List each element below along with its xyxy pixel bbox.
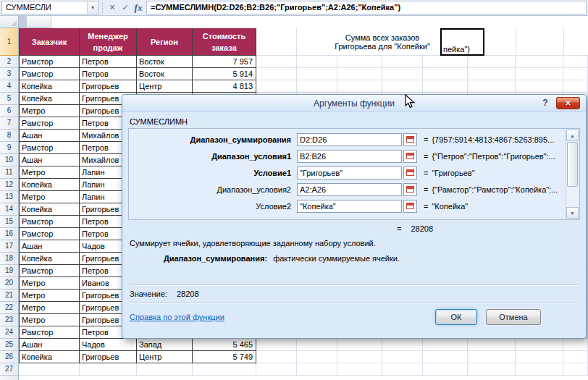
cell-col-i[interactable] <box>423 351 468 363</box>
cell-col-a[interactable]: Метро <box>19 105 80 117</box>
cell-col-a[interactable]: Метро <box>19 166 80 179</box>
cell-col-g[interactable] <box>337 351 382 363</box>
row-header[interactable]: 2 <box>0 56 19 68</box>
close-button[interactable]: ✕ <box>556 97 580 109</box>
cell-col-a[interactable]: Рамстор <box>19 216 80 228</box>
cell-col-e[interactable] <box>256 351 297 363</box>
row-header[interactable]: 5 <box>0 93 19 105</box>
cell-col-f[interactable] <box>297 351 337 363</box>
cell-col-a[interactable]: Рамстор <box>19 142 80 154</box>
cell-col-h[interactable] <box>382 363 423 376</box>
cell-col-a[interactable]: Рамстор <box>19 117 80 130</box>
row-header[interactable]: 19 <box>0 265 19 277</box>
row-header-1[interactable]: 1 <box>0 28 19 56</box>
cell-col-c[interactable] <box>137 363 193 376</box>
row-header[interactable]: 8 <box>0 130 19 142</box>
row-header[interactable]: 3 <box>0 68 19 80</box>
cell-col-b[interactable] <box>80 363 137 376</box>
cell-col-d[interactable]: 4 813 <box>193 80 256 93</box>
cell-col-f[interactable] <box>297 80 337 93</box>
row-header[interactable]: 26 <box>0 351 19 363</box>
row-header[interactable]: 9 <box>0 142 19 154</box>
row-header[interactable]: 25 <box>0 339 19 351</box>
cell-col-f[interactable] <box>297 363 337 376</box>
arguments-scrollbar[interactable]: ▲ ▼ <box>566 130 579 219</box>
cell-col-b[interactable]: Петров <box>80 68 137 80</box>
cell-col-h[interactable] <box>382 56 423 68</box>
cell-col-i[interactable] <box>423 68 468 80</box>
argument-input[interactable]: "Григорьев" <box>297 166 402 180</box>
cell-col-g[interactable] <box>337 363 382 376</box>
argument-input[interactable]: "Копейка" <box>297 200 402 213</box>
row-header[interactable]: 22 <box>0 302 19 314</box>
cell-col-j[interactable] <box>468 68 516 80</box>
cell-col-j[interactable] <box>468 363 516 376</box>
cell-col-d[interactable]: 7 957 <box>193 56 256 68</box>
collapse-range-button[interactable] <box>403 150 417 163</box>
row-header[interactable]: 21 <box>0 290 19 302</box>
cell-col-a[interactable]: Метро <box>19 314 80 326</box>
cell-col-k[interactable] <box>516 80 563 93</box>
cell-col-b[interactable]: Григорьев <box>80 80 137 93</box>
scroll-up-icon[interactable]: ▲ <box>566 130 579 141</box>
cell-col-k[interactable] <box>516 363 563 376</box>
cell-col-a[interactable]: Рамстор <box>19 68 80 80</box>
row-header[interactable]: 11 <box>0 166 19 179</box>
cell-col-h[interactable] <box>382 351 423 363</box>
collapse-range-button[interactable] <box>403 183 417 196</box>
cell-col-a[interactable]: Метро <box>19 290 80 302</box>
cell-col-l[interactable] <box>563 351 588 363</box>
table-header-manager[interactable]: Менеджер продаж <box>80 28 137 56</box>
cell-col-c[interactable]: Центр <box>137 80 193 93</box>
cell-col-e[interactable] <box>256 363 297 376</box>
cell-E1[interactable] <box>256 28 297 56</box>
cell-col-c[interactable]: Центр <box>137 351 193 363</box>
cell-col-i[interactable] <box>423 56 468 68</box>
help-link[interactable]: Справка по этой функции <box>130 313 224 321</box>
confirm-entry-icon[interactable]: ✓ <box>119 3 132 12</box>
cell-col-a[interactable]: Ашан <box>19 339 80 351</box>
table-header-customer[interactable]: Заказчик <box>19 28 80 56</box>
formula-input[interactable]: =СУММЕСЛИМН(D2:D26;B2:B26;"Григорьев";A2… <box>146 1 587 14</box>
cell-col-a[interactable]: Копейка <box>19 179 80 191</box>
row-header[interactable]: 12 <box>0 179 19 191</box>
row-header[interactable]: 14 <box>0 203 19 216</box>
dialog-title-bar[interactable]: Аргументы функции ? ✕ <box>122 95 586 112</box>
row-header[interactable]: 7 <box>0 117 19 130</box>
cell-col-d[interactable]: 5 914 <box>193 68 256 80</box>
cell-col-f[interactable] <box>297 339 337 351</box>
cell-col-a[interactable]: Копейка <box>19 203 80 216</box>
row-header[interactable]: 18 <box>0 253 19 265</box>
cell-col-i[interactable] <box>423 363 468 376</box>
cell-col-l[interactable] <box>563 339 588 351</box>
cell-col-a[interactable]: Рамстор <box>19 228 80 240</box>
cell-col-k[interactable] <box>516 68 563 80</box>
table-header-order-cost[interactable]: Стоимость заказа <box>193 28 256 56</box>
help-button[interactable]: ? <box>539 98 551 108</box>
row-header[interactable]: 23 <box>0 314 19 326</box>
argument-input[interactable]: A2:A26 <box>297 183 402 196</box>
ok-button[interactable]: ОК <box>435 309 477 325</box>
cell-col-h[interactable] <box>382 80 423 93</box>
cell-col-g[interactable] <box>337 80 382 93</box>
cell-col-l[interactable] <box>563 56 588 68</box>
collapse-range-button[interactable] <box>403 133 417 146</box>
cell-col-a[interactable]: Копейка <box>19 351 80 363</box>
cell-col-a[interactable]: Рамстор <box>19 56 80 68</box>
cell-col-a[interactable]: Ашан <box>19 130 80 142</box>
row-header[interactable]: 27 <box>0 363 19 376</box>
cell-col-j[interactable] <box>468 80 516 93</box>
scrollbar-thumb[interactable] <box>567 142 578 187</box>
cell-col-a[interactable]: Рамстор <box>19 265 80 277</box>
name-box-dropdown-icon[interactable]: ▾ <box>87 1 98 14</box>
cell-col-f[interactable] <box>297 68 337 80</box>
cell-col-a[interactable]: Ашан <box>19 240 80 253</box>
cell-col-e[interactable] <box>256 56 297 68</box>
column-header-partial[interactable] <box>27 16 51 28</box>
cell-col-j[interactable] <box>468 339 516 351</box>
cell-col-h[interactable] <box>382 339 423 351</box>
cell-col-a[interactable] <box>19 363 80 376</box>
cell-col-a[interactable]: Копейка <box>19 93 80 105</box>
table-header-region[interactable]: Регион <box>137 28 193 56</box>
row-header[interactable]: 15 <box>0 216 19 228</box>
